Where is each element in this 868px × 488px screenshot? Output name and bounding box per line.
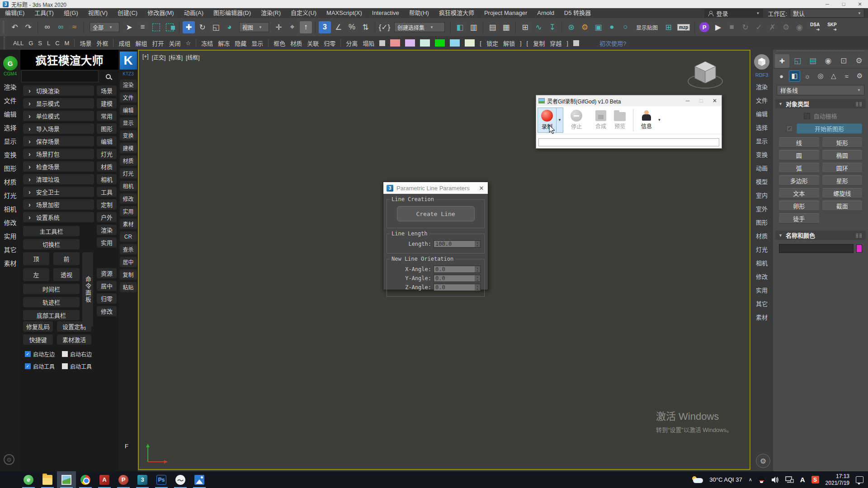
rdf-logo-icon[interactable]: [754, 54, 769, 70]
left-strip-item[interactable]: 其它: [0, 243, 20, 256]
checkbox[interactable]: ✓: [25, 351, 31, 357]
taskbar-app-autocad[interactable]: A: [95, 471, 114, 488]
plugin-menu-item[interactable]: ›设置系统: [23, 212, 94, 222]
material-editor-icon[interactable]: ⊛: [565, 21, 577, 33]
rendered-frame-window-icon[interactable]: ▣: [592, 21, 604, 33]
right-strip-item[interactable]: 素材: [756, 310, 768, 324]
right-strip-item[interactable]: 编辑: [756, 107, 768, 120]
quickbar-button[interactable]: 分离: [346, 39, 358, 47]
startup-checkbox-row[interactable]: ✓启动左边: [25, 350, 60, 358]
right-strip-item[interactable]: 灯光: [756, 242, 768, 256]
mid-column-item[interactable]: 户外: [97, 212, 117, 222]
camera-confirm-icon[interactable]: ✓: [753, 21, 765, 33]
network-icon[interactable]: [785, 476, 794, 483]
menu-item[interactable]: 创建(C): [113, 8, 142, 18]
mid-column-item[interactable]: 场景: [97, 85, 117, 96]
color-swatch[interactable]: [435, 39, 445, 47]
track-bar-button[interactable]: 轨迹栏: [23, 297, 80, 307]
quickbar-button[interactable]: 解冻: [218, 39, 230, 47]
right-strip-item[interactable]: 显示: [756, 134, 768, 147]
info-options-dropdown[interactable]: ▼: [656, 108, 663, 133]
ktz-item[interactable]: 材质: [120, 155, 137, 166]
mid-column-item[interactable]: 居中: [97, 281, 117, 291]
search-input[interactable]: [21, 70, 99, 82]
minimize-button[interactable]: ─: [819, 0, 835, 8]
taskbar-app-file-explorer[interactable]: [38, 471, 57, 488]
plugin-menu-item[interactable]: ›切换渲染: [23, 85, 94, 96]
view-left-button[interactable]: 左: [23, 268, 49, 281]
right-strip-item[interactable]: 动画: [756, 161, 768, 174]
color-swatch[interactable]: [420, 39, 430, 47]
right-strip-item[interactable]: 变换: [756, 147, 768, 161]
right-strip-item[interactable]: 渲染: [756, 80, 768, 93]
mid-column-item[interactable]: 定制: [97, 199, 117, 210]
menu-item[interactable]: 修改器(M): [142, 8, 179, 18]
use-center-icon[interactable]: ✛: [273, 21, 285, 33]
quickbar-button[interactable]: L: [47, 40, 50, 47]
quickbar-button[interactable]: 成组: [118, 39, 130, 47]
start-new-shape-button[interactable]: 开始新图形: [797, 123, 862, 134]
ktz-item[interactable]: 文件: [120, 92, 137, 103]
quickbar-button[interactable]: 解组: [135, 39, 147, 47]
play-animation-icon[interactable]: ▶: [712, 21, 724, 33]
left-strip-item[interactable]: 实用: [0, 229, 20, 243]
color-swatch[interactable]: [390, 39, 400, 47]
object-color-swatch[interactable]: [856, 244, 862, 253]
viewport[interactable]: [+][正交][标准][线框] 激活 Windows 转到“设置”以激活 Win…: [138, 50, 750, 470]
select-move-icon[interactable]: ✚: [183, 21, 195, 33]
view-top-button[interactable]: 顶: [23, 252, 49, 265]
ktz-item[interactable]: 渲染: [120, 80, 137, 90]
right-strip-item[interactable]: 室外: [756, 202, 768, 215]
plugin-menu-item[interactable]: ›检查场景: [23, 161, 94, 172]
menu-item[interactable]: Arnold: [532, 8, 559, 18]
quickbar-button[interactable]: 关联: [307, 39, 319, 47]
spinner-arrows-icon[interactable]: ▴▾: [475, 284, 480, 291]
render-setup-icon[interactable]: ⚙: [579, 21, 591, 33]
mid-column-item[interactable]: 相机: [97, 174, 117, 184]
menu-item[interactable]: 渲染(R): [256, 8, 286, 18]
quickbar-button[interactable]: G: [28, 40, 33, 47]
select-by-name-icon[interactable]: ≡: [137, 21, 149, 33]
bottom-toolbar-button[interactable]: 底部工具栏: [23, 310, 80, 320]
object-type-rollout-header[interactable]: ▼ 对象类型 ⣿⣿: [775, 99, 866, 108]
taskbar-app-photoshop[interactable]: Ps: [152, 471, 171, 488]
quickbar-button[interactable]: 显示: [251, 39, 263, 47]
quickbar-button[interactable]: 关闭: [169, 39, 180, 47]
viewcube[interactable]: [686, 55, 725, 94]
left-strip-item[interactable]: 变换: [0, 148, 20, 161]
view-perspective-button[interactable]: 透视: [53, 268, 80, 281]
toggle-bar-button[interactable]: 切换栏: [23, 239, 80, 249]
command-panel-toggle-button[interactable]: 命令面板: [82, 252, 93, 327]
select-object-icon[interactable]: ➤: [123, 21, 135, 33]
startup-checkbox-row[interactable]: 启动右边: [62, 350, 97, 358]
shape-button[interactable]: 椭圆: [822, 150, 863, 160]
quickbar-button[interactable]: 解锁: [503, 39, 515, 47]
subtab-cameras[interactable]: ◎: [815, 70, 826, 82]
tray-expand-icon[interactable]: ∧: [749, 477, 752, 483]
quickbar-button[interactable]: 打开: [152, 39, 164, 47]
left-strip-item[interactable]: 灯光: [0, 188, 20, 202]
tab-modify[interactable]: ◱: [790, 54, 805, 68]
mid-column-item[interactable]: 灯光: [97, 149, 117, 159]
align-icon[interactable]: ▥: [467, 21, 480, 33]
taskbar-app-chrome[interactable]: [76, 471, 95, 488]
plugin-small-button[interactable]: 修复乱码: [23, 321, 53, 332]
color-swatch[interactable]: [465, 39, 475, 47]
maximize-button[interactable]: □: [835, 0, 852, 8]
viewport-label-token[interactable]: [正交]: [152, 53, 166, 61]
ktz-item[interactable]: 显示: [120, 117, 137, 128]
quickbar-button[interactable]: 隐藏: [235, 39, 246, 47]
checkbox[interactable]: ✓: [25, 363, 31, 369]
menu-item[interactable]: 视图(V): [83, 8, 113, 18]
undo-icon[interactable]: ↶: [9, 21, 21, 33]
left-strip-item[interactable]: 渲染: [0, 80, 20, 94]
start-new-shape-checkbox[interactable]: ✓: [786, 125, 793, 132]
select-scale-icon[interactable]: ◱: [210, 21, 222, 33]
menu-item[interactable]: 自定义(U): [286, 8, 321, 18]
menu-item[interactable]: 图形编辑器(D): [208, 8, 256, 18]
plugin-menu-item[interactable]: ›场景加密: [23, 199, 94, 210]
ktz-item[interactable]: 实用: [120, 206, 137, 216]
named-selection-sets-icon[interactable]: {✓}: [378, 21, 391, 33]
dope-sheet-icon[interactable]: ↧: [546, 21, 558, 33]
right-strip-item[interactable]: 室内: [756, 188, 768, 202]
